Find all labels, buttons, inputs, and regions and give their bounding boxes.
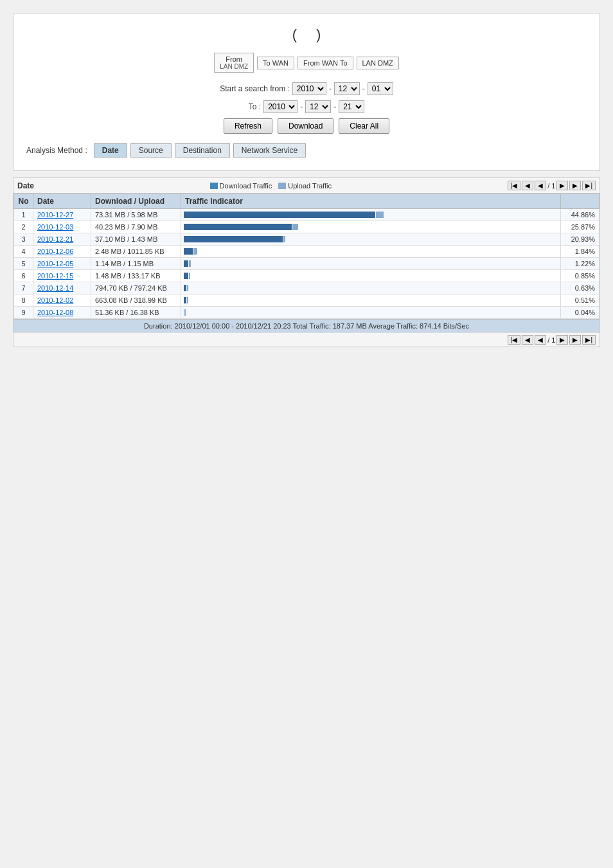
table-section: Date Download Traffic Upload Traffic |◀ … — [13, 177, 600, 347]
table-row: 42010-12-062.48 MB / 1011.85 KB1.84% — [14, 246, 600, 258]
legend-upload: Upload Traffic — [278, 182, 332, 190]
tab-network-service[interactable]: Network Service — [233, 143, 306, 158]
row-date[interactable]: 2010-12-06 — [33, 246, 91, 258]
top-section: ( ) From LAN DMZ To WAN From WAN To LAN … — [13, 13, 600, 171]
tab-date[interactable]: Date — [94, 143, 127, 158]
download-button[interactable]: Download — [278, 118, 333, 134]
upload-bar — [187, 285, 188, 291]
next-btn2[interactable]: ▶ — [569, 181, 581, 190]
next-btn[interactable]: ▶ — [556, 181, 568, 190]
left-paren: ( — [292, 26, 297, 43]
b-first-page-btn[interactable]: |◀ — [508, 335, 521, 345]
to-month-select[interactable]: 01020304 05060708 09101112 — [305, 100, 331, 113]
download-bar — [184, 273, 188, 279]
table-header-bar: Date Download Traffic Upload Traffic |◀ … — [13, 178, 600, 194]
from-year-select[interactable]: 201020092008 — [292, 82, 326, 95]
row-traffic-bar — [181, 282, 561, 294]
bottom-pagination: |◀ ◀ ◀ / 1 ▶ ▶ ▶| — [13, 332, 600, 347]
row-download-upload: 73.31 MB / 5.98 MB — [91, 209, 181, 221]
to-day-select[interactable]: 01020304 05060708 09101112 13141516 1718… — [339, 100, 364, 113]
row-date[interactable]: 2010-12-03 — [33, 221, 91, 233]
table-legend: Download Traffic Upload Traffic — [210, 182, 332, 190]
row-date[interactable]: 2010-12-27 — [33, 209, 91, 221]
from-label: From — [220, 55, 248, 63]
from-month-select[interactable]: 01020304 05060708 09101112 — [334, 82, 360, 95]
table-row: 62010-12-151.48 MB / 133.17 KB0.85% — [14, 270, 600, 282]
col-no: No — [14, 194, 33, 209]
to-lan-label: LAN DMZ — [362, 59, 393, 67]
row-download-upload: 37.10 MB / 1.43 MB — [91, 233, 181, 246]
traffic-table: No Date Download / Upload Traffic Indica… — [13, 194, 600, 319]
download-bar — [184, 236, 283, 242]
refresh-button[interactable]: Refresh — [224, 118, 272, 134]
row-traffic-bar — [181, 258, 561, 270]
row-download-upload: 794.70 KB / 797.24 KB — [91, 282, 181, 294]
clear-all-button[interactable]: Clear All — [339, 118, 389, 134]
row-no: 7 — [14, 282, 33, 294]
table-row: 92010-12-0851.36 KB / 16.38 KB0.04% — [14, 307, 600, 319]
row-traffic-bar — [181, 233, 561, 246]
row-traffic-bar — [181, 246, 561, 258]
prev-page-btn[interactable]: ◀ — [522, 181, 533, 190]
search-start-label: Start a search from : — [220, 84, 290, 93]
to-lan-box[interactable]: LAN DMZ — [357, 57, 399, 69]
b-prev-btn2[interactable]: ◀ — [535, 335, 546, 345]
right-paren: ) — [316, 26, 321, 43]
row-percent: 0.63% — [561, 282, 600, 294]
footer-summary: Duration: 2010/12/01 00:00 - 2010/12/21 … — [13, 319, 600, 332]
first-page-btn[interactable]: |◀ — [508, 181, 521, 190]
table-title: Date — [17, 181, 34, 190]
b-page-info: / 1 — [547, 336, 555, 344]
row-download-upload: 663.08 KB / 318.99 KB — [91, 294, 181, 307]
bottom-pagination-controls: |◀ ◀ ◀ / 1 ▶ ▶ ▶| — [508, 335, 596, 345]
row-date[interactable]: 2010-12-14 — [33, 282, 91, 294]
to-wan-box[interactable]: To WAN — [257, 57, 294, 69]
to-wan-label: To WAN — [263, 59, 289, 67]
prev-btn2[interactable]: ◀ — [535, 181, 546, 190]
row-traffic-bar — [181, 307, 561, 319]
download-bar — [184, 212, 375, 218]
download-bar — [184, 285, 186, 291]
to-year-select[interactable]: 201020092008 — [263, 100, 298, 113]
b-last-page-btn[interactable]: ▶| — [582, 335, 596, 345]
from-to-row: From LAN DMZ To WAN From WAN To LAN DMZ — [26, 53, 587, 73]
from-box[interactable]: From LAN DMZ — [214, 53, 254, 73]
top-pagination: |◀ ◀ ◀ / 1 ▶ ▶ ▶| — [508, 181, 596, 190]
dash4: - — [333, 102, 336, 111]
b-next-btn2[interactable]: ▶ — [569, 335, 581, 345]
download-bar — [184, 297, 186, 303]
dash2: - — [362, 84, 365, 93]
row-no: 6 — [14, 270, 33, 282]
from-wan-box[interactable]: From WAN To — [298, 57, 353, 69]
row-no: 2 — [14, 221, 33, 233]
analysis-row: Analysis Method : Date Source Destinatio… — [26, 143, 587, 158]
row-download-upload: 1.48 MB / 133.17 KB — [91, 270, 181, 282]
row-date[interactable]: 2010-12-15 — [33, 270, 91, 282]
b-next-btn[interactable]: ▶ — [556, 335, 568, 345]
upload-bar — [189, 273, 190, 279]
row-download-upload: 51.36 KB / 16.38 KB — [91, 307, 181, 319]
dash3: - — [300, 102, 303, 111]
row-no: 5 — [14, 258, 33, 270]
row-percent: 25.87% — [561, 221, 600, 233]
download-color-box — [210, 183, 218, 189]
tab-destination[interactable]: Destination — [175, 143, 230, 158]
upload-bar — [184, 309, 186, 316]
b-prev-page-btn[interactable]: ◀ — [522, 335, 533, 345]
row-date[interactable]: 2010-12-02 — [33, 294, 91, 307]
upload-bar — [283, 236, 285, 242]
row-no: 4 — [14, 246, 33, 258]
row-date[interactable]: 2010-12-21 — [33, 233, 91, 246]
row-date[interactable]: 2010-12-08 — [33, 307, 91, 319]
tab-source[interactable]: Source — [130, 143, 172, 158]
from-day-select[interactable]: 01020304 05060708 09101112 13141516 1718… — [368, 82, 393, 95]
row-date[interactable]: 2010-12-05 — [33, 258, 91, 270]
table-row: 32010-12-2137.10 MB / 1.43 MB20.93% — [14, 233, 600, 246]
last-page-btn[interactable]: ▶| — [582, 181, 596, 190]
legend-upload-label: Upload Traffic — [288, 182, 332, 190]
row-no: 8 — [14, 294, 33, 307]
paren-row: ( ) — [26, 26, 587, 43]
col-percent — [561, 194, 600, 209]
col-download-upload: Download / Upload — [91, 194, 181, 209]
download-bar — [184, 248, 193, 255]
